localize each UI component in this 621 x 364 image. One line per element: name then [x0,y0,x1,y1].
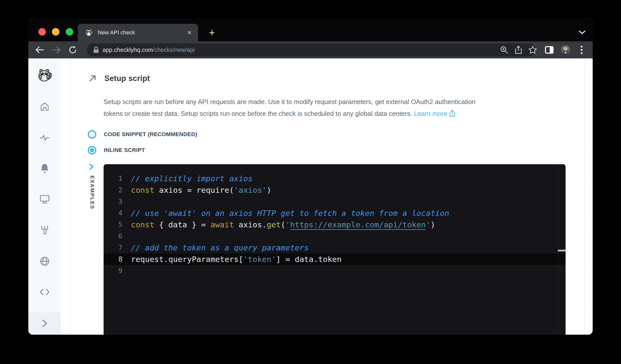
menu-kebab-icon[interactable] [576,44,587,55]
code-line-2[interactable]: 2const axios = require('axios') [104,184,566,196]
tab-strip: New API check × + [28,18,593,41]
scrollbar-cursor-marker[interactable] [558,250,566,251]
section-description: Setup scripts are run before any API req… [104,96,588,120]
sidebar-item-tools-wrench-icon[interactable] [28,223,61,237]
url-path: /checks/new/api [153,47,195,53]
url-text: app.checklyhq.com/checks/new/api [103,47,195,53]
share-icon[interactable] [513,44,524,55]
code-line-1[interactable]: 1// explicitly import axios [104,173,566,184]
radio-label: INLINE SCRIPT [104,147,145,153]
new-tab-button[interactable]: + [205,26,219,39]
sidebar-item-snippets-code-icon[interactable] [28,285,61,299]
examples-expand-chevron-icon[interactable] [89,163,94,170]
code-lines: 1// explicitly import axios2const axios … [104,173,566,277]
line-number: 8 [104,253,122,265]
zoom-page-icon[interactable] [499,44,510,55]
lock-icon[interactable] [93,46,99,53]
checkly-logo[interactable] [28,68,61,82]
sidebar-item-alerts-bell-icon[interactable] [28,161,61,175]
code-line-3[interactable]: 3 [104,196,566,207]
code-editor[interactable]: 1// explicitly import axios2const axios … [104,164,566,335]
code-text: // explicitly import axios [122,173,253,184]
line-number: 9 [104,265,122,277]
code-text [122,196,131,207]
code-line-7[interactable]: 7// add the token as a query parameters [104,242,566,253]
section-arrow-icon [89,75,96,82]
bookmark-star-icon[interactable] [527,44,538,55]
line-number: 3 [104,196,122,207]
browser-toolbar: app.checklyhq.com/checks/new/api [28,41,593,58]
line-number: 5 [104,219,122,230]
radio-option-inline-script[interactable]: INLINE SCRIPT [88,146,145,154]
main-content: Setup script Setup scripts are run befor… [61,58,593,335]
examples-rail-label[interactable]: EXAMPLES [89,175,95,210]
sidebar-collapse-section [28,312,61,335]
line-number: 2 [104,184,122,196]
code-line-4[interactable]: 4// use 'await' on an axios HTTP get to … [104,207,566,219]
radio-circle[interactable] [88,146,96,154]
code-line-9[interactable]: 9 [104,265,566,277]
line-number: 7 [104,242,122,253]
external-link-icon [449,110,455,117]
sidebar-item-dashboards-monitor-icon[interactable] [28,192,61,206]
collapse-chevron-right-icon[interactable] [42,319,48,328]
page-title: Setup script [104,74,150,83]
code-text [122,230,131,242]
line-number: 6 [104,230,122,242]
sidebar-item-home[interactable] [28,100,61,114]
close-window-button[interactable] [38,28,46,36]
description-line-2: tokens or create test data. Setup script… [104,108,588,120]
radio-option-code-snippet[interactable]: CODE SNIPPET (RECOMMENDED) [88,130,197,139]
tab-search-chevron-icon[interactable] [575,25,589,39]
avatar[interactable] [560,44,571,55]
sidebar-item-locations-globe-icon[interactable] [28,254,61,268]
checkly-favicon-icon [85,28,93,37]
side-panel-icon[interactable] [544,44,555,55]
code-text: const { data } = await axios.get('https:… [122,219,435,230]
line-number: 1 [104,173,122,184]
zoom-window-button[interactable] [66,28,73,36]
code-line-6[interactable]: 6 [104,230,566,242]
radio-label: CODE SNIPPET (RECOMMENDED) [104,131,197,138]
code-text [122,265,131,277]
address-bar[interactable]: app.checklyhq.com/checks/new/api [87,43,535,56]
tab-title: New API check [98,29,187,36]
radio-circle[interactable] [88,130,96,139]
code-text: // use 'await' on an axios HTTP get to f… [122,207,449,219]
forward-icon[interactable] [51,44,62,55]
code-text: request.queryParameters['token'] = data.… [122,253,342,265]
line-number: 4 [104,207,122,219]
reload-icon[interactable] [67,44,78,55]
learn-more-link[interactable]: Learn more [414,110,455,117]
code-line-8[interactable]: 8request.queryParameters['token'] = data… [104,253,566,265]
description-line-1: Setup scripts are run before any API req… [104,96,588,108]
editor-overview-ruler[interactable] [558,164,566,335]
code-line-5[interactable]: 5const { data } = await axios.get('https… [104,219,566,230]
back-icon[interactable] [34,44,45,55]
url-host: app.checklyhq.com [103,47,153,53]
minimize-window-button[interactable] [52,28,59,36]
tab-close-icon[interactable]: × [187,29,192,36]
tab-new-api-check[interactable]: New API check × [78,24,198,41]
browser-window: New API check × + app.checklyhq.com/chec… [28,18,593,335]
code-text: const axios = require('axios') [122,184,271,196]
sidebar-item-activity[interactable] [28,131,61,145]
app-sidebar [28,58,61,335]
code-text: // add the token as a query parameters [122,242,309,253]
layout-guide-left [70,58,70,335]
